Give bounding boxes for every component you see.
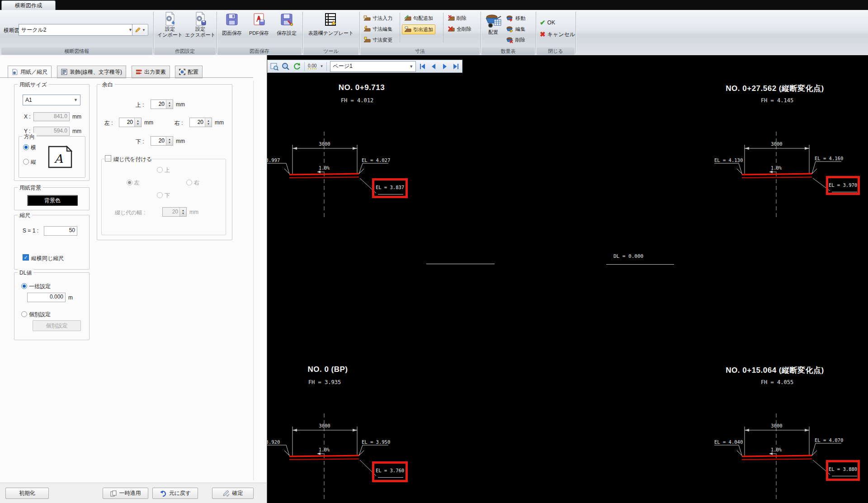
title-block-template-button[interactable]: 表題欄テンプレート (305, 13, 357, 46)
paper-size-select[interactable]: A1 ▼ (23, 95, 80, 105)
el-right-label: EL = 4.070 (815, 437, 851, 443)
portrait-radio[interactable] (23, 159, 29, 165)
profile-edit-button[interactable]: ▼ (132, 24, 148, 36)
spinner-arrows[interactable]: ▲▼ (166, 100, 173, 109)
spinner-arrows[interactable]: ▲▼ (205, 118, 212, 127)
button-label: OK (547, 19, 555, 26)
dl-individual-button[interactable]: 個別設定 (33, 320, 81, 331)
binding-left-label: 左 (134, 179, 140, 187)
margin-left-label: 左 : (104, 119, 113, 127)
unit-label: mm (176, 101, 185, 108)
unit-label: mm (189, 209, 198, 215)
temp-apply-button[interactable]: 一時適用 (103, 488, 148, 499)
dl-batch-label: 一括設定 (29, 283, 51, 290)
zoom-fit-icon[interactable] (270, 62, 278, 71)
confirm-button[interactable]: 確定 (212, 488, 254, 499)
dim-delete-all-button[interactable]: 全削除 (448, 24, 472, 33)
page-select[interactable]: ページ1 ▼ (330, 61, 416, 72)
binding-top-radio[interactable] (157, 167, 163, 173)
qty-delete-button[interactable]: 削除 (506, 35, 525, 44)
margin-right-stepper[interactable]: 20 ▲▼ (189, 118, 212, 127)
paper-y-field[interactable]: 594.0 (33, 127, 70, 136)
refresh-icon[interactable] (293, 62, 301, 71)
ok-button[interactable]: ✔ OK (540, 18, 555, 27)
paper-x-field[interactable]: 841.0 (33, 112, 70, 121)
tab-placement[interactable]: 配置 (175, 66, 203, 78)
ribbon-group-quantity: 配置 移動 編集 削除 数量表 (481, 10, 535, 55)
prev-page-icon[interactable] (430, 63, 438, 70)
binding-bottom-radio[interactable] (157, 192, 163, 198)
button-label: 保存設定 (277, 30, 297, 36)
binding-bottom-label: 下 (165, 192, 170, 199)
svg-text:A: A (54, 152, 63, 166)
spinner-arrows[interactable]: ▲▼ (166, 137, 173, 145)
settings-import-button[interactable]: 設定 インポート (156, 12, 184, 46)
button-label: 確定 (232, 489, 243, 497)
tab-paper-scale[interactable]: 用紙／縮尺 (8, 66, 52, 78)
slope-add-button[interactable]: 勾配追加 (404, 14, 433, 23)
separator (443, 13, 443, 43)
el-box-label: EL = 3.880 (828, 466, 858, 472)
separator (400, 13, 400, 43)
leader-add-button[interactable]: 引出追加 (402, 24, 435, 34)
scale-group: 縮尺 S = 1 : 50 ✓ 縦横同じ縮尺 (14, 215, 90, 270)
zoom-icon[interactable] (282, 62, 290, 71)
floppy-icon (225, 13, 239, 26)
same-scale-checkbox[interactable]: ✓ (23, 254, 29, 261)
chevron-down-icon[interactable]: ▼ (320, 64, 323, 68)
app-tab[interactable]: 横断図作成 (1, 0, 56, 10)
spinner-arrows[interactable]: ▲▼ (134, 118, 141, 127)
group-title: 縮尺 (18, 212, 32, 219)
el-right-label: EL = 4.027 (362, 157, 398, 163)
group-title: DL値 (18, 269, 33, 277)
dl-underline (606, 264, 674, 265)
tab-decoration[interactable]: 装飾(線種、文字種等) (57, 66, 126, 78)
dl-batch-radio[interactable] (21, 283, 27, 289)
dim-input-button[interactable]: 寸法入力 (363, 14, 392, 23)
scale-field[interactable]: 50 (44, 226, 77, 236)
tab-label: 出力要素 (144, 68, 166, 76)
background-color-button[interactable]: 背景色 (27, 195, 78, 206)
group-title: 余白 (100, 81, 115, 89)
qty-place-button[interactable]: 配置 (483, 12, 504, 46)
first-page-icon[interactable] (419, 63, 427, 70)
dim-input-icon (363, 14, 371, 22)
margin-left-stepper[interactable]: 20 ▲▼ (119, 118, 142, 127)
save-pdf-button[interactable]: PDF保存 (246, 13, 272, 46)
binding-width-stepper[interactable]: 20 ▲▼ (162, 207, 187, 217)
tab-output-elements[interactable]: 出力要素 (132, 66, 170, 78)
settings-export-button[interactable]: 設定 エクスポート (185, 12, 215, 46)
dimension-style-label[interactable]: 0.00 (308, 63, 316, 69)
slope-label: 1.0% (766, 166, 786, 171)
check-icon: ✔ (540, 19, 546, 27)
dim-change-button[interactable]: 寸法変更 (363, 35, 392, 44)
save-drawing-button[interactable]: 図面保存 (219, 13, 245, 46)
button-label: 削除 (515, 37, 525, 43)
qty-edit-button[interactable]: 編集 (506, 24, 525, 33)
binding-right-radio[interactable] (186, 180, 192, 185)
drawing-canvas[interactable]: 0.00 ▼ ページ1 ▼ NO. 0+9.713 FH = 4.012 (267, 55, 868, 503)
landscape-radio[interactable] (23, 144, 29, 150)
undo-button[interactable]: 元に戻す (152, 488, 198, 499)
cancel-button[interactable]: ✖ キャンセル (540, 30, 575, 39)
delete-icon (506, 36, 514, 43)
binding-left-radio[interactable] (127, 180, 132, 185)
next-page-icon[interactable] (441, 63, 448, 70)
save-settings-button[interactable]: 保存設定 (273, 13, 300, 46)
dim-edit-button[interactable]: 寸法編集 (363, 24, 392, 33)
dim-delete-button[interactable]: 削除 (448, 14, 467, 23)
qty-move-button[interactable]: 移動 (506, 14, 525, 23)
unit-label: mm (144, 119, 153, 126)
direction-group: 方向 横 縦 A (19, 136, 85, 178)
dl-batch-field[interactable]: 0.000 (27, 293, 66, 302)
margin-bottom-stepper[interactable]: 20 ▲▼ (151, 136, 173, 146)
unit-label: m (68, 294, 73, 301)
ribbon-group-tools: 表題欄テンプレート ツール (303, 10, 359, 55)
initialize-button[interactable]: 初期化 (5, 488, 49, 499)
dl-individual-radio[interactable] (21, 311, 27, 317)
last-page-icon[interactable] (452, 63, 459, 70)
margin-top-stepper[interactable]: 20 ▲▼ (151, 100, 173, 109)
section-title: NO. 0+15.064 (縦断変化点) (707, 365, 843, 375)
button-label: 配置 (488, 29, 498, 35)
profile-combobox[interactable]: サークル2 ▼ (19, 24, 135, 36)
